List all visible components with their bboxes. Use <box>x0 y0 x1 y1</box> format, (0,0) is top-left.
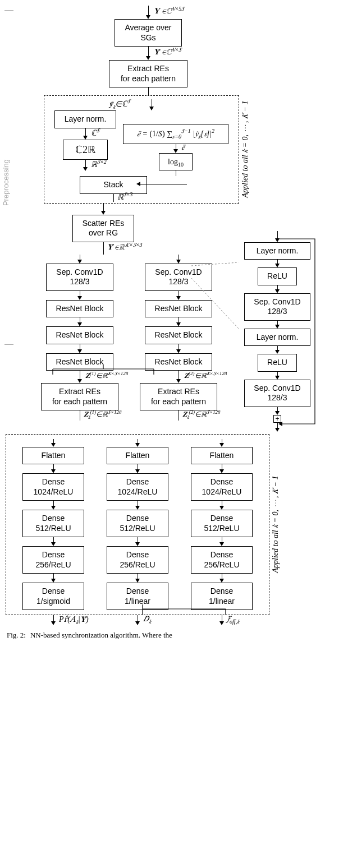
block-resnet-2a: ResNet Block <box>145 300 212 318</box>
label-out-dk: 𝐷̂𝑘 <box>143 615 151 624</box>
block-flatten-a: Flatten <box>22 447 84 465</box>
arrow-ytilde: 𝐘̃ ∈ℂ𝑁×𝑆 <box>146 47 150 60</box>
block-resnet-1a: ResNet Block <box>46 300 113 318</box>
block-dense256-c: Dense256/ReLU <box>191 546 253 574</box>
label-rsx2: ℝ𝑆×2 <box>91 160 107 169</box>
arrow-to-scatter <box>101 204 106 215</box>
block-dense1lin-c: Dense1/linear <box>191 583 253 610</box>
arrow-rsx3: ℝ𝑆×3 <box>113 194 114 202</box>
applied-label-bottom: Applied to all 𝑘 = 0, ⋯ , 𝐾 − 1 <box>271 476 280 573</box>
resdet-sepconv1: Sep. Conv1D128/3 <box>244 293 310 321</box>
block-scatter: Scatter REsover RG <box>72 215 134 242</box>
label-Y: 𝐘 ∈ℂ𝑁×5𝑆 <box>154 7 184 16</box>
label-z2k: 𝐙𝑘(2)∈ℝ𝑆×128 <box>182 410 221 419</box>
label-Ytilde: 𝐘̃ ∈ℂ𝑁×𝑆 <box>154 48 181 57</box>
arrow-y-input: 𝐘 ∈ℂ𝑁×5𝑆 <box>146 6 150 19</box>
block-dense512-a: Dense512/ReLU <box>22 510 84 537</box>
block-dense1lin-b: Dense1/linear <box>107 583 168 610</box>
resdet-relu2: ReLU <box>258 354 297 372</box>
block-resnet-1b: ResNet Block <box>46 326 113 344</box>
label-ybar: 𝐘̄ ∈ℝ𝐾×𝑆×3 <box>107 243 143 252</box>
block-sepconv-2: Sep. Conv1D128/3 <box>145 264 212 291</box>
block-extract-re-2: Extract REsfor each pattern <box>140 383 217 410</box>
arrow-z1k: 𝐙𝑘(1)∈ℝ𝑆×128 <box>80 410 80 421</box>
block-c2r: ℂ2ℝ <box>63 140 108 160</box>
resdet-layernorm1: Layer norm. <box>244 242 310 260</box>
figure-caption: Fig. 2: NN-based synchronization algorit… <box>2 625 355 640</box>
block-extract-re-1: Extract REsfor each pattern <box>41 383 118 410</box>
arrow-ytilde-k: 𝐲̃𝑘∈ℂ𝑆 <box>149 99 154 110</box>
block-dense512-c: Dense512/ReLU <box>191 510 253 537</box>
arrow-log-out <box>176 170 176 176</box>
resdet-layernorm2: Layer norm. <box>244 329 310 347</box>
block-dense512-b: Dense512/ReLU <box>107 510 168 537</box>
label-ytildek: 𝐲̃𝑘∈ℂ𝑆 <box>109 99 130 109</box>
arrow-ebar: 𝑒̄ <box>173 144 178 153</box>
arrow-rsx2: ℝ𝑆×2 <box>83 160 88 171</box>
arrow-z2k: 𝐙𝑘(2)∈ℝ𝑆×128 <box>178 410 179 421</box>
label-z1: 𝐙(1)∈ℝ𝐾×𝑆×128 <box>85 371 128 380</box>
block-dense1sig: Dense1/sigmoid <box>22 583 84 610</box>
resdet-add: + <box>273 415 281 423</box>
block-resnet-2c: ResNet Block <box>145 353 212 371</box>
block-resnet-2b: ResNet Block <box>145 326 212 344</box>
block-extract-re-top: Extract REsfor each pattern <box>109 60 187 87</box>
label-ebar: 𝑒̄ <box>181 143 185 152</box>
block-log10: log10 <box>159 153 193 171</box>
resdet-sepconv2: Sep. Conv1D128/3 <box>244 380 310 407</box>
block-dense1024-b: Dense1024/ReLU <box>107 473 168 501</box>
block-layernorm: Layer norm. <box>54 110 116 128</box>
block-flatten-c: Flatten <box>191 447 253 465</box>
block-dense256-b: Dense256/ReLU <box>107 546 168 574</box>
label-cs: ℂ𝑆 <box>91 128 99 137</box>
resdet-relu1: ReLU <box>258 267 297 285</box>
block-dense1024-a: Dense1024/ReLU <box>22 473 84 501</box>
label-z2: 𝐙(2)∈ℝ𝐾×𝑆×128 <box>184 371 227 380</box>
block-dense256-a: Dense256/ReLU <box>22 546 84 574</box>
block-dense1024-c: Dense1024/ReLU <box>191 473 253 501</box>
preprocessing-label: Preprocessing <box>2 159 10 206</box>
arrow-z1: 𝐙(1)∈ℝ𝐾×𝑆×128 <box>77 371 82 383</box>
block-sepconv-1: Sep. Conv1D128/3 <box>46 264 113 291</box>
block-resnet-1c: ResNet Block <box>46 353 113 371</box>
arrow-ybar: 𝐘̄ ∈ℝ𝐾×𝑆×3 <box>103 242 104 255</box>
label-out-pr: Pr̂(𝐴𝑘|𝐘̄) <box>59 615 89 624</box>
applied-label-top: Applied to all 𝑘 = 0, ⋯ , 𝐾 − 1 <box>240 101 249 198</box>
arrow-out-pr: Pr̂(𝐴𝑘|𝐘̄) <box>51 615 56 625</box>
block-average-sgs: Average overSGs <box>115 19 182 47</box>
arrow-z2: 𝐙(2)∈ℝ𝐾×𝑆×128 <box>176 371 181 383</box>
label-z1k: 𝐙𝑘(1)∈ℝ𝑆×128 <box>84 410 122 419</box>
arrow-into-dashed <box>148 87 149 95</box>
label-rsx3: ℝ𝑆×3 <box>117 192 133 201</box>
arrow-out-dk: 𝐷̂𝑘 <box>135 615 140 625</box>
block-flatten-b: Flatten <box>107 447 168 465</box>
arrow-out-foff: 𝑓̂off,𝑘 <box>219 615 224 625</box>
block-energy: 𝑒̄ = (1/𝑆) ∑𝑠=0𝑆−1 |𝑦̃𝑘[𝑠]|2 <box>123 124 228 144</box>
label-out-foff: 𝑓̂off,𝑘 <box>227 615 239 624</box>
arrow-cs: ℂ𝑆 <box>83 128 88 140</box>
